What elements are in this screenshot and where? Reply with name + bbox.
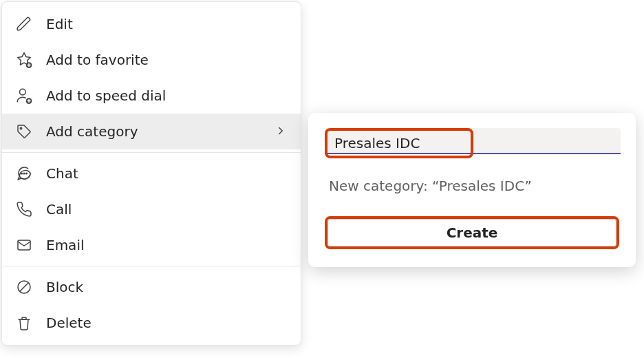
phone-icon <box>14 200 34 219</box>
menu-label: Call <box>46 201 288 218</box>
highlight-create: Create <box>325 216 619 249</box>
menu-label: Add to speed dial <box>46 87 288 104</box>
create-button[interactable]: Create <box>328 219 616 246</box>
add-category-popover: New category: “Presales IDC” Create <box>308 113 636 267</box>
svg-rect-7 <box>18 240 30 250</box>
menu-item-add-favorite[interactable]: Add to favorite <box>2 42 301 78</box>
svg-point-3 <box>20 127 21 129</box>
person-plus-icon <box>14 86 34 105</box>
tag-icon <box>14 122 34 141</box>
divider <box>2 266 301 266</box>
menu-label: Edit <box>46 16 288 32</box>
menu-item-block[interactable]: Block <box>2 269 301 305</box>
highlight-input <box>325 128 473 158</box>
menu-label: Add to favorite <box>46 52 288 68</box>
svg-point-1 <box>20 89 26 95</box>
trash-icon <box>14 313 34 333</box>
menu-item-delete[interactable]: Delete <box>2 305 301 341</box>
context-menu: Edit Add to favorite Add to speed dial A… <box>1 1 301 346</box>
menu-item-email[interactable]: Email <box>2 227 301 263</box>
svg-point-6 <box>26 173 28 174</box>
menu-label: Block <box>46 279 288 295</box>
menu-label: Email <box>46 237 288 253</box>
svg-point-5 <box>23 173 25 174</box>
block-icon <box>14 277 34 297</box>
menu-item-call[interactable]: Call <box>2 191 301 227</box>
menu-label: Chat <box>46 165 288 182</box>
divider <box>2 152 301 153</box>
edit-icon <box>14 14 34 34</box>
category-input-row <box>325 128 619 158</box>
menu-item-add-category[interactable]: Add category <box>2 114 301 149</box>
menu-label: Add category <box>46 123 262 140</box>
menu-item-add-speed-dial[interactable]: Add to speed dial <box>2 78 301 114</box>
new-category-hint: New category: “Presales IDC” <box>325 178 619 194</box>
mail-icon <box>14 235 34 255</box>
menu-label: Delete <box>46 315 288 331</box>
svg-line-9 <box>20 283 28 291</box>
chevron-right-icon <box>275 125 288 138</box>
menu-item-chat[interactable]: Chat <box>2 156 301 191</box>
menu-item-edit[interactable]: Edit <box>2 6 301 42</box>
star-plus-icon <box>14 50 34 70</box>
svg-point-4 <box>21 173 23 174</box>
chat-icon <box>14 164 34 183</box>
category-name-input[interactable] <box>328 131 471 156</box>
